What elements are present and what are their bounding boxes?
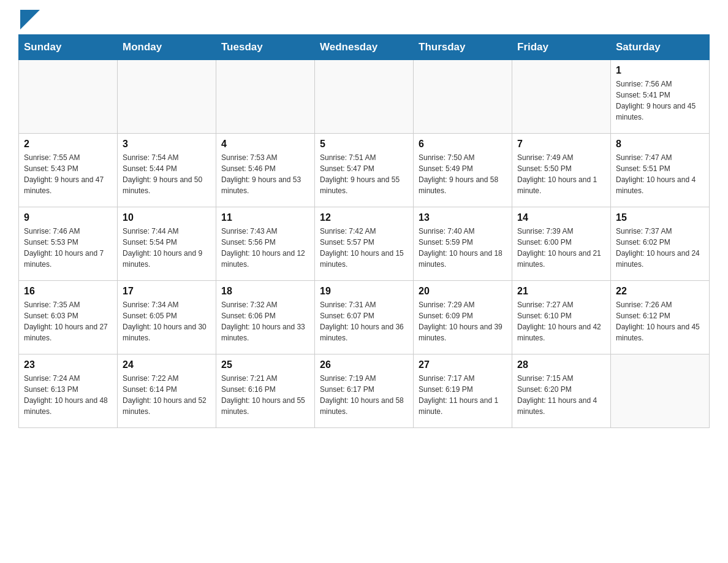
day-info-w3-d4: Sunrise: 7:40 AM Sunset: 5:59 PM Dayligh…	[419, 226, 507, 270]
day-number-w5-d4: 27	[419, 359, 507, 370]
calendar-cell-w3-d6: 15Sunrise: 7:37 AM Sunset: 6:02 PM Dayli…	[611, 207, 710, 281]
day-number-w4-d1: 17	[123, 286, 211, 297]
day-info-w2-d5: Sunrise: 7:49 AM Sunset: 5:50 PM Dayligh…	[517, 152, 605, 196]
day-number-w2-d6: 8	[616, 139, 704, 150]
day-number-w5-d5: 28	[517, 359, 605, 370]
day-info-w2-d4: Sunrise: 7:50 AM Sunset: 5:49 PM Dayligh…	[419, 152, 507, 196]
day-info-w4-d3: Sunrise: 7:31 AM Sunset: 6:07 PM Dayligh…	[320, 299, 408, 343]
calendar-cell-w4-d0: 16Sunrise: 7:35 AM Sunset: 6:03 PM Dayli…	[19, 281, 118, 354]
day-info-w4-d5: Sunrise: 7:27 AM Sunset: 6:10 PM Dayligh…	[517, 299, 605, 343]
day-info-w5-d5: Sunrise: 7:15 AM Sunset: 6:20 PM Dayligh…	[517, 373, 605, 417]
day-number-w2-d1: 3	[123, 139, 211, 150]
calendar-cell-w4-d4: 20Sunrise: 7:29 AM Sunset: 6:09 PM Dayli…	[414, 281, 512, 354]
calendar-cell-w2-d1: 3Sunrise: 7:54 AM Sunset: 5:44 PM Daylig…	[118, 134, 216, 207]
day-number-w2-d2: 4	[221, 139, 309, 150]
day-number-w3-d0: 9	[24, 212, 112, 223]
day-info-w2-d1: Sunrise: 7:54 AM Sunset: 5:44 PM Dayligh…	[123, 152, 211, 196]
calendar-cell-w2-d6: 8Sunrise: 7:47 AM Sunset: 5:51 PM Daylig…	[611, 134, 710, 207]
calendar-cell-w5-d5: 28Sunrise: 7:15 AM Sunset: 6:20 PM Dayli…	[512, 354, 611, 428]
calendar-cell-w4-d1: 17Sunrise: 7:34 AM Sunset: 6:05 PM Dayli…	[118, 281, 216, 354]
day-info-w5-d1: Sunrise: 7:22 AM Sunset: 6:14 PM Dayligh…	[123, 373, 211, 417]
calendar-table: Sunday Monday Tuesday Wednesday Thursday…	[18, 34, 710, 428]
calendar-cell-w4-d5: 21Sunrise: 7:27 AM Sunset: 6:10 PM Dayli…	[512, 281, 611, 354]
day-info-w3-d0: Sunrise: 7:46 AM Sunset: 5:53 PM Dayligh…	[24, 226, 112, 270]
day-number-w4-d0: 16	[24, 286, 112, 297]
calendar-cell-w2-d3: 5Sunrise: 7:51 AM Sunset: 5:47 PM Daylig…	[315, 134, 414, 207]
logo	[18, 12, 40, 28]
day-info-w4-d2: Sunrise: 7:32 AM Sunset: 6:06 PM Dayligh…	[221, 299, 309, 343]
calendar-week-3: 9Sunrise: 7:46 AM Sunset: 5:53 PM Daylig…	[19, 207, 710, 281]
day-info-w5-d3: Sunrise: 7:19 AM Sunset: 6:17 PM Dayligh…	[320, 373, 408, 417]
logo-arrow-icon	[20, 10, 40, 29]
day-number-w3-d2: 11	[221, 212, 309, 223]
calendar-cell-w3-d3: 12Sunrise: 7:42 AM Sunset: 5:57 PM Dayli…	[315, 207, 414, 281]
day-number-w4-d4: 20	[419, 286, 507, 297]
day-info-w3-d1: Sunrise: 7:44 AM Sunset: 5:54 PM Dayligh…	[123, 226, 211, 270]
calendar-cell-w5-d2: 25Sunrise: 7:21 AM Sunset: 6:16 PM Dayli…	[216, 354, 315, 428]
col-monday: Monday	[118, 35, 216, 60]
col-thursday: Thursday	[414, 35, 512, 60]
day-number-w4-d6: 22	[616, 286, 704, 297]
day-number-w2-d3: 5	[320, 139, 408, 150]
calendar-cell-w1-d4	[414, 60, 512, 134]
col-tuesday: Tuesday	[216, 35, 315, 60]
day-number-w2-d4: 6	[419, 139, 507, 150]
calendar-cell-w1-d3	[315, 60, 414, 134]
day-number-w3-d4: 13	[419, 212, 507, 223]
day-info-w5-d0: Sunrise: 7:24 AM Sunset: 6:13 PM Dayligh…	[24, 373, 112, 417]
calendar-cell-w2-d2: 4Sunrise: 7:53 AM Sunset: 5:46 PM Daylig…	[216, 134, 315, 207]
day-info-w2-d0: Sunrise: 7:55 AM Sunset: 5:43 PM Dayligh…	[24, 152, 112, 196]
day-info-w5-d2: Sunrise: 7:21 AM Sunset: 6:16 PM Dayligh…	[221, 373, 309, 417]
day-info-w4-d4: Sunrise: 7:29 AM Sunset: 6:09 PM Dayligh…	[419, 299, 507, 343]
day-info-w4-d0: Sunrise: 7:35 AM Sunset: 6:03 PM Dayligh…	[24, 299, 112, 343]
day-info-w1-d6: Sunrise: 7:56 AM Sunset: 5:41 PM Dayligh…	[616, 79, 704, 123]
calendar-cell-w3-d0: 9Sunrise: 7:46 AM Sunset: 5:53 PM Daylig…	[19, 207, 118, 281]
day-number-w3-d6: 15	[616, 212, 704, 223]
day-number-w2-d5: 7	[517, 139, 605, 150]
calendar-cell-w2-d0: 2Sunrise: 7:55 AM Sunset: 5:43 PM Daylig…	[19, 134, 118, 207]
col-saturday: Saturday	[611, 35, 710, 60]
calendar-cell-w1-d2	[216, 60, 315, 134]
calendar-header-row: Sunday Monday Tuesday Wednesday Thursday…	[19, 35, 710, 60]
day-info-w3-d2: Sunrise: 7:43 AM Sunset: 5:56 PM Dayligh…	[221, 226, 309, 270]
calendar-cell-w5-d3: 26Sunrise: 7:19 AM Sunset: 6:17 PM Dayli…	[315, 354, 414, 428]
day-number-w5-d0: 23	[24, 359, 112, 370]
calendar-week-2: 2Sunrise: 7:55 AM Sunset: 5:43 PM Daylig…	[19, 134, 710, 207]
day-info-w2-d3: Sunrise: 7:51 AM Sunset: 5:47 PM Dayligh…	[320, 152, 408, 196]
day-info-w5-d4: Sunrise: 7:17 AM Sunset: 6:19 PM Dayligh…	[419, 373, 507, 417]
day-number-w3-d3: 12	[320, 212, 408, 223]
calendar-week-5: 23Sunrise: 7:24 AM Sunset: 6:13 PM Dayli…	[19, 354, 710, 428]
day-number-w5-d1: 24	[123, 359, 211, 370]
calendar-cell-w4-d3: 19Sunrise: 7:31 AM Sunset: 6:07 PM Dayli…	[315, 281, 414, 354]
calendar-cell-w3-d2: 11Sunrise: 7:43 AM Sunset: 5:56 PM Dayli…	[216, 207, 315, 281]
calendar-cell-w5-d4: 27Sunrise: 7:17 AM Sunset: 6:19 PM Dayli…	[414, 354, 512, 428]
calendar-cell-w3-d4: 13Sunrise: 7:40 AM Sunset: 5:59 PM Dayli…	[414, 207, 512, 281]
day-number-w4-d5: 21	[517, 286, 605, 297]
day-number-w1-d6: 1	[616, 65, 704, 76]
day-number-w5-d3: 26	[320, 359, 408, 370]
day-number-w4-d2: 18	[221, 286, 309, 297]
col-sunday: Sunday	[19, 35, 118, 60]
col-wednesday: Wednesday	[315, 35, 414, 60]
day-number-w4-d3: 19	[320, 286, 408, 297]
day-info-w4-d1: Sunrise: 7:34 AM Sunset: 6:05 PM Dayligh…	[123, 299, 211, 343]
calendar-cell-w1-d0	[19, 60, 118, 134]
calendar-cell-w3-d1: 10Sunrise: 7:44 AM Sunset: 5:54 PM Dayli…	[118, 207, 216, 281]
day-number-w5-d2: 25	[221, 359, 309, 370]
calendar-cell-w2-d4: 6Sunrise: 7:50 AM Sunset: 5:49 PM Daylig…	[414, 134, 512, 207]
day-info-w3-d6: Sunrise: 7:37 AM Sunset: 6:02 PM Dayligh…	[616, 226, 704, 270]
day-number-w2-d0: 2	[24, 139, 112, 150]
day-info-w3-d5: Sunrise: 7:39 AM Sunset: 6:00 PM Dayligh…	[517, 226, 605, 270]
day-info-w2-d2: Sunrise: 7:53 AM Sunset: 5:46 PM Dayligh…	[221, 152, 309, 196]
calendar-cell-w2-d5: 7Sunrise: 7:49 AM Sunset: 5:50 PM Daylig…	[512, 134, 611, 207]
day-info-w3-d3: Sunrise: 7:42 AM Sunset: 5:57 PM Dayligh…	[320, 226, 408, 270]
calendar-cell-w1-d1	[118, 60, 216, 134]
calendar-cell-w1-d6: 1Sunrise: 7:56 AM Sunset: 5:41 PM Daylig…	[611, 60, 710, 134]
col-friday: Friday	[512, 35, 611, 60]
day-number-w3-d5: 14	[517, 212, 605, 223]
calendar-week-4: 16Sunrise: 7:35 AM Sunset: 6:03 PM Dayli…	[19, 281, 710, 354]
day-number-w3-d1: 10	[123, 212, 211, 223]
calendar-cell-w4-d6: 22Sunrise: 7:26 AM Sunset: 6:12 PM Dayli…	[611, 281, 710, 354]
day-info-w2-d6: Sunrise: 7:47 AM Sunset: 5:51 PM Dayligh…	[616, 152, 704, 196]
calendar-cell-w5-d6	[611, 354, 710, 428]
